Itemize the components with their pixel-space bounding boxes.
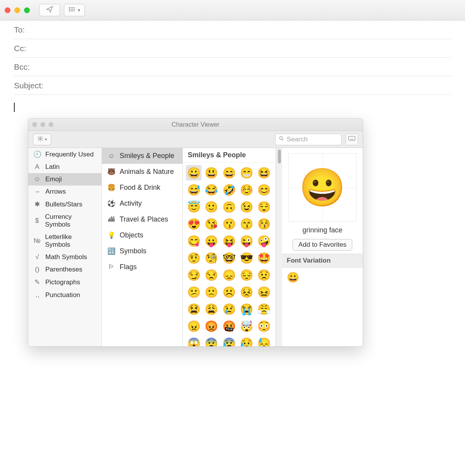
- emoji-cell[interactable]: 😒: [204, 267, 219, 283]
- emoji-cell[interactable]: 😓: [257, 335, 272, 346]
- emoji-cell[interactable]: 😗: [221, 216, 237, 232]
- cv-subcategory-item[interactable]: 🏳Flags: [102, 259, 183, 275]
- cv-subcategory-item[interactable]: ⚽Activity: [102, 196, 183, 211]
- character-viewer-window: Character Viewer ▾ 🕘Frequently UsedALati…: [28, 118, 363, 347]
- emoji-cell[interactable]: 😂: [204, 182, 219, 198]
- minimize-window-button[interactable]: [14, 7, 20, 13]
- cv-fullscreen-button[interactable]: [48, 122, 53, 127]
- emoji-cell[interactable]: 😛: [204, 233, 219, 249]
- emoji-cell[interactable]: 😅: [186, 182, 202, 198]
- cv-subcategory-item[interactable]: 🔣Symbols: [102, 243, 183, 259]
- emoji-cell[interactable]: 😤: [257, 301, 272, 317]
- cv-search-input[interactable]: [287, 136, 338, 143]
- subject-field-row[interactable]: Subject:: [14, 76, 451, 95]
- emoji-cell[interactable]: 😇: [186, 199, 202, 215]
- emoji-cell[interactable]: 🤪: [257, 233, 272, 249]
- cv-category-item[interactable]: №Letterlike Symbols: [28, 231, 102, 251]
- cv-category-item[interactable]: ✱Bullets/Stars: [28, 198, 102, 211]
- cv-subcategory-item[interactable]: 🐻Animals & Nature: [102, 164, 183, 180]
- cv-category-item[interactable]: √Math Symbols: [28, 251, 102, 263]
- emoji-cell[interactable]: 😀: [186, 165, 202, 180]
- cv-category-item[interactable]: ALatin: [28, 161, 102, 173]
- cv-category-item[interactable]: ✎Pictographs: [28, 276, 102, 289]
- cv-collapse-toggle-button[interactable]: [346, 134, 358, 145]
- font-variation-body[interactable]: 😀: [282, 268, 363, 346]
- emoji-cell[interactable]: 😔: [239, 267, 254, 283]
- cv-grid-scrollbar[interactable]: [276, 148, 282, 346]
- emoji-cell[interactable]: 😠: [186, 318, 202, 334]
- cv-minimize-button[interactable]: [40, 122, 45, 127]
- cv-subcategory-item[interactable]: ☺Smileys & People: [102, 148, 183, 164]
- subcategory-label: Objects: [120, 231, 143, 239]
- cv-emoji-grid[interactable]: 😀😃😄😁😆😅😂🤣☺️😊😇🙂🙃😉😌😍😘😗😙😚😋😛😝😜🤪🤨🧐🤓😎🤩😏😒😞😔😟😕🙁☹️…: [183, 163, 276, 346]
- emoji-cell[interactable]: 😝: [221, 233, 237, 249]
- add-to-favorites-button[interactable]: Add to Favorites: [293, 239, 352, 251]
- emoji-cell[interactable]: 😍: [186, 216, 202, 232]
- bcc-field-row[interactable]: Bcc:: [14, 58, 451, 76]
- cv-search-field[interactable]: [275, 134, 342, 145]
- cc-field-row[interactable]: Cc:: [14, 39, 451, 58]
- emoji-cell[interactable]: 😄: [221, 165, 237, 180]
- emoji-cell[interactable]: 😱: [186, 335, 202, 346]
- emoji-cell[interactable]: 🤯: [239, 318, 254, 334]
- emoji-cell[interactable]: 🤩: [257, 250, 272, 266]
- cv-category-item[interactable]: ․,Punctuation: [28, 289, 102, 301]
- cv-subcategory-item[interactable]: 🏙Travel & Places: [102, 211, 183, 227]
- cv-subcategory-item[interactable]: 💡Objects: [102, 227, 183, 243]
- scrollbar-thumb[interactable]: [278, 150, 281, 163]
- cv-subcategory-item[interactable]: 🍔Food & Drink: [102, 180, 183, 196]
- cv-category-item[interactable]: $Currency Symbols: [28, 211, 102, 231]
- emoji-cell[interactable]: 😡: [204, 318, 219, 334]
- emoji-cell[interactable]: 🙂: [204, 199, 219, 215]
- emoji-cell[interactable]: 😙: [239, 216, 254, 232]
- cv-category-item[interactable]: 🕘Frequently Used: [28, 148, 102, 161]
- emoji-cell[interactable]: 😋: [186, 233, 202, 249]
- emoji-cell[interactable]: 😳: [257, 318, 272, 334]
- emoji-cell[interactable]: 😢: [221, 301, 237, 317]
- emoji-cell[interactable]: 😞: [221, 267, 237, 283]
- emoji-cell[interactable]: 😏: [186, 267, 202, 283]
- to-field-row[interactable]: To:: [14, 21, 451, 39]
- cv-category-item[interactable]: ()Parentheses: [28, 263, 102, 276]
- emoji-cell[interactable]: 😟: [257, 267, 272, 283]
- emoji-cell[interactable]: 😘: [204, 216, 219, 232]
- emoji-cell[interactable]: ☹️: [221, 284, 237, 300]
- emoji-cell[interactable]: 😰: [221, 335, 237, 346]
- emoji-cell[interactable]: 🤣: [221, 182, 237, 198]
- emoji-cell[interactable]: 😫: [186, 301, 202, 317]
- cv-action-menu-button[interactable]: ▾: [33, 134, 51, 145]
- send-button[interactable]: [39, 4, 60, 16]
- cv-close-button[interactable]: [32, 122, 37, 127]
- emoji-cell[interactable]: 🤓: [221, 250, 237, 266]
- emoji-cell[interactable]: 😜: [239, 233, 254, 249]
- emoji-cell[interactable]: 😣: [239, 284, 254, 300]
- font-variation-glyph[interactable]: 😀: [287, 272, 299, 283]
- emoji-cell[interactable]: 😌: [257, 199, 272, 215]
- emoji-cell[interactable]: 🙃: [221, 199, 237, 215]
- emoji-cell[interactable]: 🙁: [204, 284, 219, 300]
- emoji-cell[interactable]: 😥: [239, 335, 254, 346]
- header-fields-menu-button[interactable]: ▾: [64, 4, 85, 16]
- emoji-cell[interactable]: 😩: [204, 301, 219, 317]
- emoji-cell[interactable]: 😎: [239, 250, 254, 266]
- emoji-cell[interactable]: 😚: [257, 216, 272, 232]
- emoji-cell[interactable]: 😊: [257, 182, 272, 198]
- fullscreen-window-button[interactable]: [24, 7, 30, 13]
- category-icon: ․,: [33, 291, 41, 299]
- emoji-cell[interactable]: 😁: [239, 165, 254, 180]
- emoji-cell[interactable]: 😭: [239, 301, 254, 317]
- emoji-cell[interactable]: 😃: [204, 165, 219, 180]
- emoji-cell[interactable]: 😆: [257, 165, 272, 180]
- emoji-cell[interactable]: ☺️: [239, 182, 254, 198]
- cv-category-item[interactable]: ☺Emoji: [28, 173, 102, 186]
- close-window-button[interactable]: [5, 7, 10, 13]
- emoji-cell[interactable]: 😕: [186, 284, 202, 300]
- emoji-cell[interactable]: 🧐: [204, 250, 219, 266]
- emoji-cell[interactable]: 🤨: [186, 250, 202, 266]
- emoji-cell[interactable]: 🤬: [221, 318, 237, 334]
- emoji-cell[interactable]: 😨: [204, 335, 219, 346]
- emoji-cell[interactable]: 😖: [257, 284, 272, 300]
- cv-category-item[interactable]: →Arrows: [28, 186, 102, 198]
- emoji-cell[interactable]: 😉: [239, 199, 254, 215]
- compose-body[interactable]: [0, 95, 465, 122]
